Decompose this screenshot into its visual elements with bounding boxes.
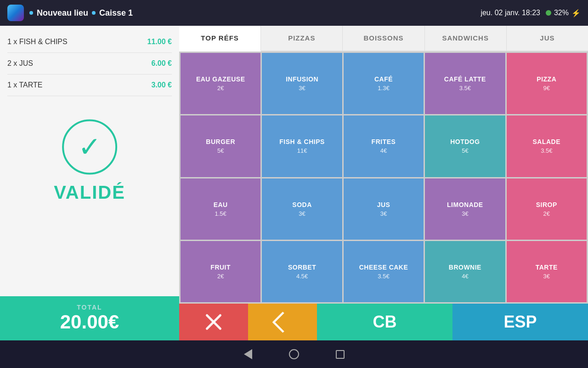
product-name-fruit: FRUIT <box>210 264 231 271</box>
product-limonade[interactable]: LIMONADE 3€ <box>425 178 505 240</box>
product-name-brownie: BROWNIE <box>449 264 481 271</box>
right-panel: TOP RÉFS PIZZAS BOISSONS SANDWICHS JUS E… <box>179 26 588 340</box>
product-name-frites: FRITES <box>372 138 396 145</box>
total-amount: 20.00€ <box>60 311 119 333</box>
back-button[interactable] <box>248 304 317 340</box>
product-name-infusion: INFUSION <box>286 75 318 83</box>
product-name-salade: SALADE <box>533 138 561 145</box>
order-item-name-1: 1 x FISH & CHIPS <box>7 38 68 46</box>
product-grid: EAU GAZEUSE 2€ INFUSION 3€ CAFÉ 1.3€ CAF… <box>179 52 588 304</box>
product-pizza[interactable]: PIZZA 9€ <box>507 53 587 114</box>
tab-jus[interactable]: JUS <box>507 26 588 51</box>
header-right: jeu. 02 janv. 18:23 32% ⚡ <box>481 9 581 17</box>
product-price-fruit: 2€ <box>217 273 224 280</box>
product-cheese-cake[interactable]: CHEESE CAKE 3.5€ <box>344 241 424 302</box>
product-name-cafe: CAFÉ <box>374 75 393 83</box>
battery-pct: 32% <box>554 9 569 17</box>
product-cafe-latte[interactable]: CAFÉ LATTE 3.5€ <box>425 53 505 114</box>
cb-label: CB <box>373 312 397 332</box>
order-item-name-3: 1 x TARTE <box>7 81 42 89</box>
order-item-3: 1 x TARTE 3.00 € <box>7 75 172 96</box>
tab-pizzas[interactable]: PIZZAS <box>261 26 343 51</box>
product-cafe[interactable]: CAFÉ 1.3€ <box>344 53 424 114</box>
android-recent-button[interactable] <box>336 350 345 359</box>
battery-icon: ⚡ <box>571 9 581 17</box>
product-price-soda: 3€ <box>299 210 305 217</box>
product-frites[interactable]: FRITES 4€ <box>344 115 424 177</box>
product-tarte[interactable]: TARTE 3€ <box>507 241 587 302</box>
product-fish-chips[interactable]: FISH & CHIPS 11€ <box>262 115 342 177</box>
location-name: Nouveau lieu <box>37 8 88 18</box>
product-eau[interactable]: EAU 1.5€ <box>181 178 260 240</box>
order-list: 1 x FISH & CHIPS 11.00 € 2 x JUS 6.00 € … <box>0 26 179 296</box>
product-fruit[interactable]: FRUIT 2€ <box>181 241 260 302</box>
product-sorbet[interactable]: SORBET 4.5€ <box>262 241 342 302</box>
product-price-sorbet: 4.5€ <box>296 273 308 280</box>
product-burger[interactable]: BURGER 5€ <box>181 115 260 177</box>
product-name-tarte: TARTE <box>536 264 558 271</box>
product-salade[interactable]: SALADE 3.5€ <box>507 115 587 177</box>
total-bar: TOTAL 20.00€ <box>0 296 179 340</box>
register-name: Caisse 1 <box>99 8 133 18</box>
product-infusion[interactable]: INFUSION 3€ <box>262 53 342 114</box>
battery-dot <box>546 10 551 16</box>
order-item-name-2: 2 x JUS <box>7 59 33 68</box>
product-price-eau-gazeuse: 2€ <box>217 85 224 92</box>
product-price-cheese-cake: 3.5€ <box>378 273 389 280</box>
tab-top-refs[interactable]: TOP RÉFS <box>179 26 261 52</box>
order-item-price-3: 3.00 € <box>152 81 172 89</box>
header-location: Nouveau lieu Caisse 1 <box>29 8 133 18</box>
product-price-salade: 3.5€ <box>541 147 552 154</box>
check-mark: ✓ <box>78 133 101 161</box>
order-item-price-2: 6.00 € <box>152 59 172 68</box>
battery-indicator: 32% ⚡ <box>546 9 581 17</box>
validated-overlay: ✓ VALIDÉ <box>54 120 125 203</box>
product-price-limonade: 3€ <box>462 210 468 217</box>
product-name-soda: SODA <box>292 201 311 208</box>
product-price-cafe-latte: 3.5€ <box>459 85 471 92</box>
check-circle: ✓ <box>62 120 117 175</box>
product-price-jus: 3€ <box>380 210 387 217</box>
product-price-hotdog: 5€ <box>462 147 468 154</box>
product-name-burger: BURGER <box>206 138 235 145</box>
product-name-sirop: SIROP <box>536 201 557 208</box>
product-name-cheese-cake: CHEESE CAKE <box>359 264 408 271</box>
top-bar: Nouveau lieu Caisse 1 jeu. 02 janv. 18:2… <box>0 0 588 26</box>
validated-text: VALIDÉ <box>54 182 125 203</box>
back-icon <box>271 310 294 334</box>
left-panel: 1 x FISH & CHIPS 11.00 € 2 x JUS 6.00 € … <box>0 26 179 340</box>
product-price-tarte: 3€ <box>543 273 550 280</box>
product-hotdog[interactable]: HOTDOG 5€ <box>425 115 505 177</box>
product-name-eau-gazeuse: EAU GAZEUSE <box>196 75 245 83</box>
product-soda[interactable]: SODA 3€ <box>262 178 342 240</box>
android-nav-bar <box>0 340 588 368</box>
home-circle-icon <box>289 349 299 359</box>
product-name-fish-chips: FISH & CHIPS <box>279 138 325 145</box>
tab-sandwichs[interactable]: SANDWICHS <box>425 26 507 51</box>
product-name-pizza: PIZZA <box>537 75 556 83</box>
product-sirop[interactable]: SIROP 2€ <box>507 178 587 240</box>
back-arrow-icon <box>272 311 294 333</box>
dot2 <box>92 11 96 15</box>
product-price-pizza: 9€ <box>543 85 550 92</box>
cancel-button[interactable] <box>179 304 248 340</box>
product-price-brownie: 4€ <box>462 273 468 280</box>
product-price-frites: 4€ <box>380 147 387 154</box>
order-item-2: 2 x JUS 6.00 € <box>7 53 172 75</box>
datetime: jeu. 02 janv. 18:23 <box>481 9 540 17</box>
android-back-button[interactable] <box>244 349 252 359</box>
order-item-price-1: 11.00 € <box>147 38 172 46</box>
cb-button[interactable]: CB <box>317 304 452 340</box>
main-content: 1 x FISH & CHIPS 11.00 € 2 x JUS 6.00 € … <box>0 26 588 340</box>
android-home-button[interactable] <box>289 349 299 359</box>
tab-boissons[interactable]: BOISSONS <box>343 26 424 51</box>
product-eau-gazeuse[interactable]: EAU GAZEUSE 2€ <box>181 53 260 114</box>
product-jus[interactable]: JUS 3€ <box>344 178 424 240</box>
product-brownie[interactable]: BROWNIE 4€ <box>425 241 505 302</box>
product-name-eau: EAU <box>214 201 228 208</box>
product-price-eau: 1.5€ <box>215 210 226 217</box>
total-label: TOTAL <box>77 304 102 311</box>
bottom-nav: ↑ user Notes 🕐 Historique + <box>0 340 588 368</box>
esp-button[interactable]: ESP <box>452 304 588 340</box>
tabs-bar: TOP RÉFS PIZZAS BOISSONS SANDWICHS JUS <box>179 26 588 52</box>
